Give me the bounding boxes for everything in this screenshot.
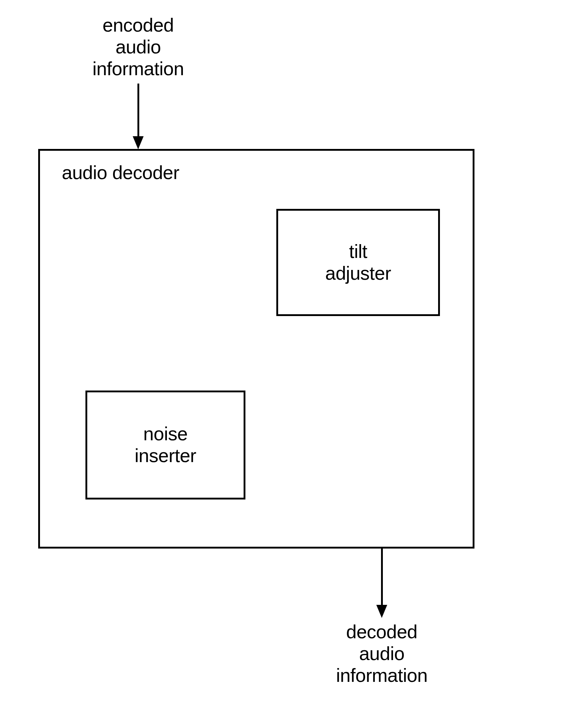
input-label-line1: encoded <box>103 15 174 36</box>
output-label-line1: decoded <box>346 621 417 642</box>
tilt-label-line2: adjuster <box>325 263 391 284</box>
tilt-adjuster-box: tilt adjuster <box>276 209 440 316</box>
output-label-line2: audio <box>359 643 405 664</box>
input-label-line2: audio <box>116 36 161 57</box>
audio-decoder-title: audio decoder <box>62 162 179 183</box>
output-label-line3: information <box>336 665 428 686</box>
noise-label-line2: inserter <box>135 445 196 466</box>
input-label: encoded audio information <box>84 15 193 80</box>
tilt-label-line1: tilt <box>349 241 367 262</box>
audio-decoder-box: audio decoder tilt adjuster noise insert… <box>38 149 474 549</box>
output-label: decoded audio information <box>327 621 436 686</box>
noise-label-line1: noise <box>143 423 188 444</box>
noise-inserter-box: noise inserter <box>85 391 245 500</box>
input-label-line3: information <box>92 58 184 79</box>
